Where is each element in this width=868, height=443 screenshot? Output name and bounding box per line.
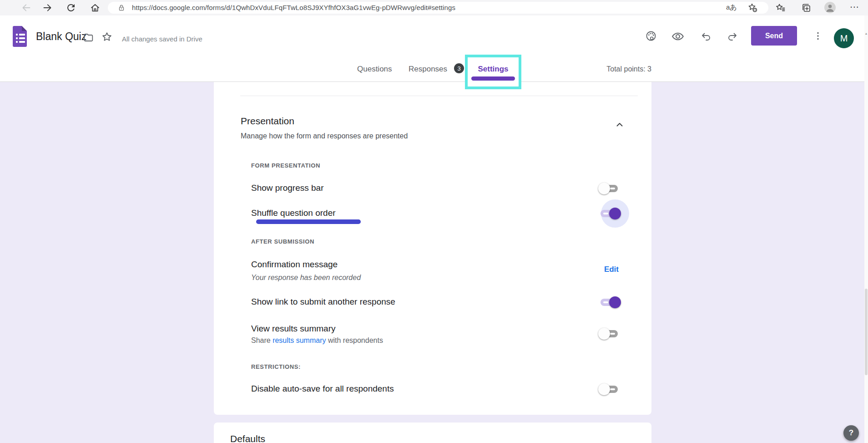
browser-menu-icon[interactable]: ⋯ — [850, 1, 859, 12]
star-icon[interactable] — [101, 31, 112, 42]
disable-autosave-label: Disable auto-save for all respondents — [251, 384, 394, 394]
show-link-toggle[interactable] — [598, 296, 620, 309]
url-text[interactable]: https://docs.google.com/forms/d/1QwhDxVd… — [132, 4, 455, 11]
confirmation-message-value: Your response has been recorded — [251, 274, 361, 282]
view-results-summary-label: View results summary — [251, 324, 335, 334]
document-title[interactable]: Blank Quiz — [36, 31, 86, 43]
presentation-subtitle: Manage how the form and responses are pr… — [241, 132, 408, 140]
move-folder-icon[interactable] — [83, 32, 94, 43]
tab-settings[interactable]: Settings — [478, 65, 508, 74]
browser-profile-icon[interactable] — [824, 2, 836, 13]
shuffle-question-order-toggle[interactable] — [598, 207, 620, 220]
favorites-icon[interactable] — [775, 2, 786, 13]
google-forms-logo[interactable] — [13, 26, 27, 47]
shuffle-question-order-label: Shuffle question order — [251, 208, 336, 218]
tab-responses[interactable]: Responses — [409, 65, 447, 74]
confirmation-message-label: Confirmation message — [251, 260, 338, 270]
presentation-card: Presentation Manage how the form and res… — [214, 82, 651, 415]
theme-palette-icon[interactable] — [645, 30, 656, 41]
responses-count-badge: 3 — [454, 63, 464, 73]
results-summary-link[interactable]: results summary — [273, 336, 326, 344]
disable-autosave-toggle[interactable] — [598, 383, 620, 396]
restrictions-header: RESTRICTIONS: — [251, 363, 301, 370]
page-fold — [22, 26, 27, 31]
collections-icon[interactable] — [801, 2, 812, 13]
send-button[interactable]: Send — [751, 26, 797, 46]
scrollbar-track[interactable]: ▲ — [864, 15, 868, 443]
account-avatar[interactable]: M — [834, 28, 854, 48]
total-points: Total points: 3 — [606, 65, 651, 73]
settings-page: Presentation Manage how the form and res… — [0, 82, 868, 443]
share-suffix: with respondents — [326, 336, 383, 344]
forward-icon[interactable] — [42, 2, 53, 13]
show-progress-bar-toggle[interactable] — [598, 182, 620, 195]
edit-confirmation-button[interactable]: Edit — [604, 265, 619, 274]
defaults-card: Defaults — [214, 423, 651, 443]
home-icon[interactable] — [90, 2, 101, 13]
card-top-divider — [240, 96, 638, 96]
view-results-summary-description: Share results summary with respondents — [251, 336, 383, 345]
view-results-summary-toggle[interactable] — [598, 327, 620, 340]
shuffle-underline-annotation — [256, 219, 361, 224]
forms-header: Blank Quiz All changes saved in Drive Se… — [0, 15, 868, 82]
after-submission-header: AFTER SUBMISSION — [251, 238, 314, 245]
preview-eye-icon[interactable] — [671, 30, 682, 41]
back-icon[interactable] — [21, 2, 32, 13]
add-favorite-icon[interactable] — [747, 2, 758, 13]
active-tab-underline — [471, 76, 515, 81]
redo-icon[interactable] — [727, 31, 738, 42]
tab-questions[interactable]: Questions — [357, 65, 392, 74]
show-link-label: Show link to submit another response — [251, 297, 395, 307]
padlock-icon — [117, 4, 126, 12]
presentation-title: Presentation — [241, 116, 294, 127]
undo-icon[interactable] — [701, 31, 712, 42]
more-options-kebab-icon[interactable] — [812, 31, 823, 41]
collapse-chevron-up-icon[interactable] — [614, 119, 625, 130]
help-button[interactable]: ? — [843, 425, 859, 441]
form-presentation-header: FORM PRESENTATION — [251, 162, 320, 169]
defaults-title: Defaults — [230, 433, 265, 443]
refresh-icon[interactable] — [66, 2, 76, 13]
translate-icon[interactable]: aあ — [726, 3, 737, 12]
settings-tab-highlight-annotation: Settings — [465, 55, 521, 89]
scrollbar-up-arrow[interactable]: ▲ — [864, 32, 868, 35]
scrollbar-thumb[interactable] — [865, 289, 868, 375]
save-status: All changes saved in Drive — [122, 35, 202, 43]
browser-toolbar: https://docs.google.com/forms/d/1QwhDxVd… — [0, 0, 868, 15]
show-progress-bar-label: Show progress bar — [251, 183, 323, 193]
share-prefix: Share — [251, 336, 273, 344]
